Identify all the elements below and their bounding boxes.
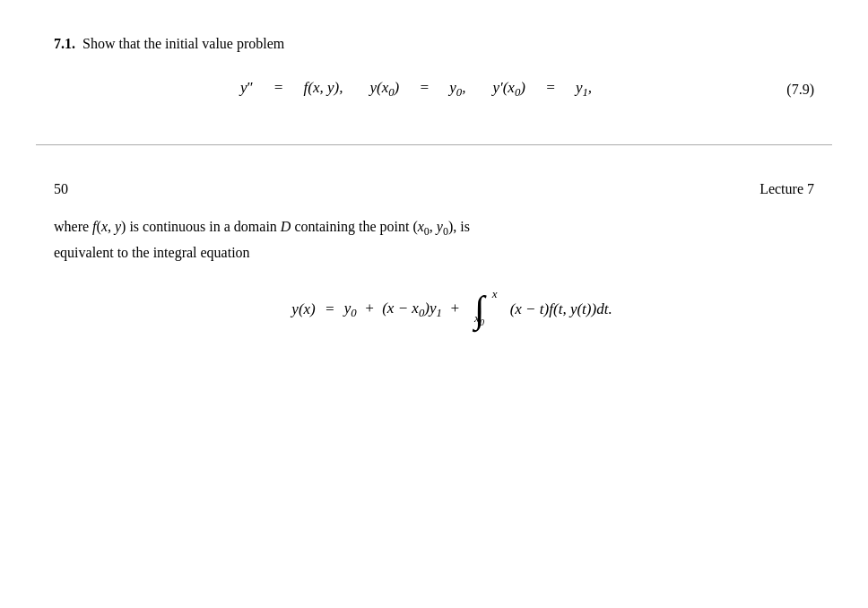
eq-lhs: y″ (240, 79, 254, 97)
equation-79-block: y″ = f(x, y), y(x0) = y0, y′(x0) = (54, 70, 814, 126)
integral-lower-limit: x0 (474, 311, 484, 327)
integral-equation: y(x) = y0 + (x − x0)y1 + ∫ x x0 (291, 291, 612, 328)
page-number: 50 (54, 181, 68, 197)
equation-number-79: (7.9) (786, 82, 814, 98)
body-paragraph: where f(x, y) is continuous in a domain … (54, 215, 814, 264)
fxy-ref: f (92, 219, 96, 234)
equation-79: y″ = f(x, y), y(x0) = y0, y′(x0) = (240, 79, 592, 100)
domain-D: D (281, 219, 291, 234)
int-eq-equals: = (321, 300, 339, 318)
eq-y0: y0, (449, 79, 465, 100)
eq-equals-3: = (542, 79, 560, 97)
int-eq-terms: y0 + (x − x0)y1 + (344, 300, 464, 320)
eq-equals-1: = (270, 79, 288, 97)
problem-number: 7.1. (54, 36, 75, 52)
footer-row: 50 Lecture 7 (54, 163, 814, 215)
int-eq-integrand: (x − t)f(t, y(t))dt. (510, 300, 612, 318)
integral-upper-limit: x (492, 287, 498, 301)
int-eq-lhs: y(x) (291, 300, 315, 318)
integral-symbol-group: ∫ x x0 (474, 291, 485, 328)
page: 7.1. Show that the initial value problem… (0, 0, 868, 608)
eq-yprime-x0: y′(x0) (492, 79, 525, 100)
eq-equals-2: = (415, 79, 433, 97)
eq-fxy: f(x, y), (304, 79, 343, 97)
problem-intro-text: Show that the initial value problem (82, 36, 284, 52)
lecture-label: Lecture 7 (760, 181, 814, 197)
bottom-section: 50 Lecture 7 where f(x, y) is continuous… (0, 145, 868, 364)
top-section: 7.1. Show that the initial value problem… (0, 0, 868, 144)
eq-yx0: y(x0) (369, 79, 399, 100)
integral-equation-block: y(x) = y0 + (x − x0)y1 + ∫ x x0 (54, 282, 814, 337)
eq-y1: y1, (576, 79, 592, 100)
problem-header: 7.1. Show that the initial value problem (54, 36, 814, 52)
